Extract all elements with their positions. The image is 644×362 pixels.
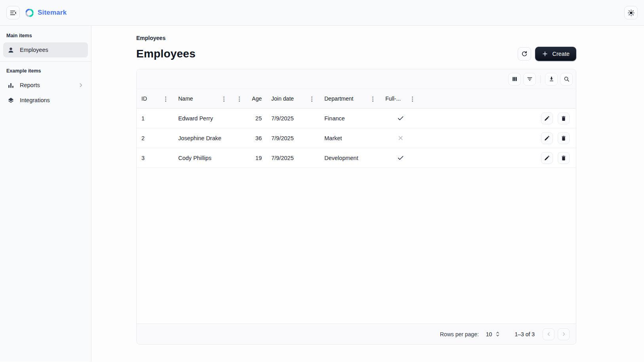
cell-age: 36 xyxy=(232,128,267,148)
cell-department: Market xyxy=(320,128,381,148)
previous-page-button[interactable] xyxy=(543,328,554,340)
column-header-department: Department ⋮ xyxy=(320,89,381,108)
table-row: 3Cody Phillips197/9/2025Development xyxy=(137,148,576,168)
pencil-icon xyxy=(544,155,550,161)
pagination-range-label: 1–3 of 3 xyxy=(514,331,535,337)
sun-icon xyxy=(627,9,635,17)
theme-toggle-button[interactable] xyxy=(624,6,638,19)
sitemark-logo-icon xyxy=(25,8,34,18)
chevron-left-icon xyxy=(546,331,552,337)
column-header-join-date: Join date ⋮ xyxy=(267,89,320,108)
cell-actions xyxy=(532,148,576,168)
rows-per-page-select[interactable]: 10 xyxy=(486,331,501,337)
data-grid: ID ⋮ Name ⋮ Age ⋮ Join date ⋮ xyxy=(136,69,576,345)
column-menu-icon[interactable]: ⋮ xyxy=(370,96,376,102)
sidebar-section-label: Example items xyxy=(0,63,91,78)
column-header-label: Department xyxy=(324,95,353,102)
check-icon xyxy=(397,154,404,162)
search-button[interactable] xyxy=(560,73,573,86)
chevron-right-icon xyxy=(561,331,567,337)
sidebar-item-label: Integrations xyxy=(20,97,50,103)
cell-department: Development xyxy=(320,148,381,168)
download-icon xyxy=(548,76,555,82)
cell-name: Edward Perry xyxy=(173,109,232,128)
refresh-icon xyxy=(521,50,528,57)
title-row: Employees Creat xyxy=(136,46,576,61)
cell-actions xyxy=(532,109,576,128)
column-header-label: Age xyxy=(252,95,262,102)
cell-name: Josephine Drake xyxy=(173,128,232,148)
column-menu-icon[interactable]: ⋮ xyxy=(221,96,227,102)
layers-icon xyxy=(7,97,15,104)
next-page-button[interactable] xyxy=(558,328,570,340)
cell-spacer xyxy=(420,128,532,148)
cell-full-time xyxy=(381,148,420,168)
cell-name: Cody Phillips xyxy=(173,148,232,168)
cell-join-date: 7/9/2025 xyxy=(267,148,320,168)
rows-per-page-label: Rows per page: xyxy=(440,331,479,337)
sidebar-item-label: Employees xyxy=(20,47,48,53)
search-icon xyxy=(563,76,570,82)
edit-button[interactable] xyxy=(541,112,553,124)
sidebar-collapse-button[interactable] xyxy=(6,6,20,19)
create-button[interactable]: Create xyxy=(535,47,576,61)
table-rows: 1Edward Perry257/9/2025Finance2Josephine… xyxy=(137,109,576,168)
sidebar-divider xyxy=(0,61,91,62)
filter-icon xyxy=(526,76,533,82)
columns-button[interactable] xyxy=(508,73,521,86)
export-button[interactable] xyxy=(545,73,558,86)
menu-open-icon xyxy=(10,9,17,17)
page-content: Employees Employees xyxy=(136,26,576,345)
sidebar: Main items Employees Example items Repor… xyxy=(0,26,91,362)
sidebar-section-label: Main items xyxy=(0,27,91,42)
column-header-actions xyxy=(532,89,576,108)
refresh-button[interactable] xyxy=(518,47,531,61)
bar-chart-icon xyxy=(7,82,15,89)
filter-button[interactable] xyxy=(523,73,536,86)
cell-age: 25 xyxy=(232,109,267,128)
app-shell: Main items Employees Example items Repor… xyxy=(0,26,644,362)
sidebar-item-integrations[interactable]: Integrations xyxy=(3,93,88,108)
column-menu-icon[interactable]: ⋮ xyxy=(410,96,415,102)
toolbar-divider xyxy=(540,75,541,83)
cell-age: 19 xyxy=(232,148,267,168)
brand-logo: Sitemark xyxy=(25,8,67,18)
pencil-icon xyxy=(544,115,550,122)
check-icon xyxy=(397,114,404,122)
select-arrows-icon xyxy=(495,331,500,337)
column-header-full-time: Full-... ⋮ xyxy=(381,89,420,108)
grid-toolbar xyxy=(137,69,576,89)
delete-button[interactable] xyxy=(558,132,570,144)
cell-full-time xyxy=(381,128,420,148)
column-header-label: Name xyxy=(178,95,193,102)
title-actions: Create xyxy=(518,47,576,61)
delete-button[interactable] xyxy=(558,152,570,164)
edit-button[interactable] xyxy=(541,132,553,144)
sidebar-item-employees[interactable]: Employees xyxy=(3,42,88,57)
grid-empty-area xyxy=(137,168,576,324)
column-menu-icon[interactable]: ⋮ xyxy=(236,96,242,102)
page-title: Employees xyxy=(136,48,196,60)
cell-join-date: 7/9/2025 xyxy=(267,128,320,148)
edit-button[interactable] xyxy=(541,152,553,164)
column-header-name: Name ⋮ xyxy=(173,89,232,108)
cell-id: 3 xyxy=(137,148,173,168)
plus-icon xyxy=(542,51,548,57)
cell-full-time xyxy=(381,109,420,128)
cell-department: Finance xyxy=(320,109,381,128)
cell-id: 1 xyxy=(137,109,173,128)
trash-icon xyxy=(560,135,567,141)
grid-footer: Rows per page: 10 1–3 of 3 xyxy=(137,324,576,344)
grid-header-row: ID ⋮ Name ⋮ Age ⋮ Join date ⋮ xyxy=(137,89,576,109)
column-menu-icon[interactable]: ⋮ xyxy=(309,96,315,102)
table-row: 1Edward Perry257/9/2025Finance xyxy=(137,109,576,128)
cell-spacer xyxy=(420,148,532,168)
column-header-label: ID xyxy=(141,95,147,102)
close-icon xyxy=(397,135,404,141)
create-button-label: Create xyxy=(552,51,570,57)
sidebar-item-reports[interactable]: Reports xyxy=(3,78,88,93)
column-header-label: Full-... xyxy=(385,95,401,102)
delete-button[interactable] xyxy=(558,112,570,124)
column-header-id: ID ⋮ xyxy=(137,89,173,108)
column-menu-icon[interactable]: ⋮ xyxy=(163,96,169,102)
